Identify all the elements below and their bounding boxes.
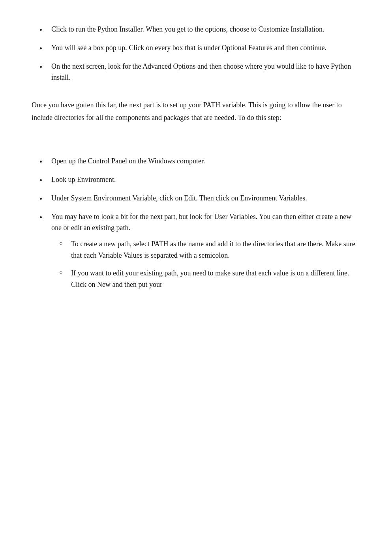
list-item: You may have to look a bit for the next … [39,211,360,290]
list-item-text: Under System Environment Variable, click… [51,194,307,202]
paragraph-text: Once you have gotten this far, the next … [32,101,342,122]
bullet-list-2: Open up the Control Panel on the Windows… [39,155,360,290]
sub-list: To create a new path, select PATH as the… [59,238,360,290]
content-area: Click to run the Python Installer. When … [32,24,360,290]
page: Click to run the Python Installer. When … [0,0,392,554]
paragraph-block: Once you have gotten this far, the next … [32,99,360,124]
list-item: You will see a box pop up. Click on ever… [39,42,360,54]
section-gap [32,140,360,155]
list-item: On the next screen, look for the Advance… [39,61,360,84]
sub-list-item-text: If you want to edit your existing path, … [71,269,349,288]
list-item-text: You will see a box pop up. Click on ever… [51,44,326,52]
sub-list-item: To create a new path, select PATH as the… [59,238,360,261]
list-item-text: Click to run the Python Installer. When … [51,25,324,33]
list-item: Click to run the Python Installer. When … [39,24,360,35]
list-item-text: Look up Environment. [51,176,116,183]
sub-list-item: If you want to edit your existing path, … [59,268,360,290]
sub-list-item-text: To create a new path, select PATH as the… [71,240,355,259]
list-item-text: On the next screen, look for the Advance… [51,62,351,82]
list-item: Look up Environment. [39,174,360,185]
bullet-list-1: Click to run the Python Installer. When … [39,24,360,83]
list-item-text: Open up the Control Panel on the Windows… [51,157,205,165]
list-item: Open up the Control Panel on the Windows… [39,155,360,167]
list-item-text: You may have to look a bit for the next … [51,213,351,232]
list-item: Under System Environment Variable, click… [39,193,360,204]
